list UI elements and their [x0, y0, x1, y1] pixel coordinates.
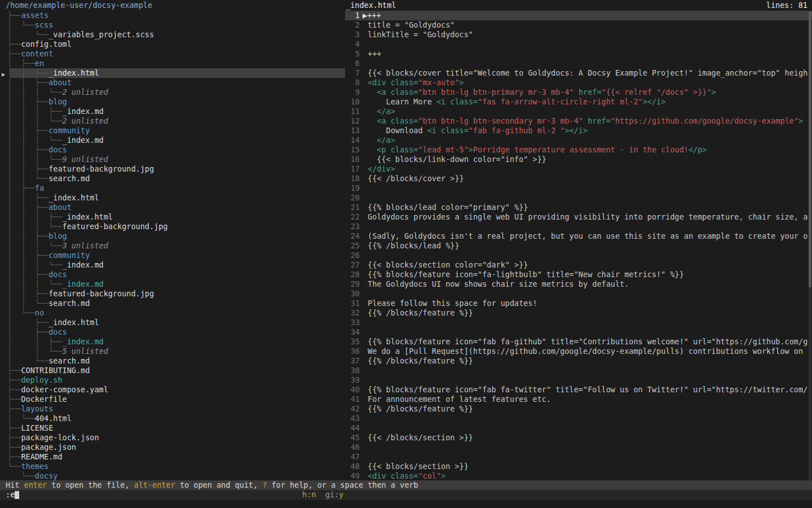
code-token: </a>	[368, 135, 395, 144]
tree-item[interactable]: │ │ │ └──3 unlisted	[0, 241, 345, 251]
tree-item[interactable]: │ ├──en	[0, 59, 345, 68]
status-key-hint: enter	[24, 480, 47, 489]
line-number: 29	[345, 279, 360, 289]
code-token: >	[469, 145, 473, 154]
tree-item[interactable]: │ └──scss	[0, 20, 345, 30]
code-line: 27{{< blocks/section color="dark" >}}	[345, 260, 812, 270]
line-number: 42	[345, 404, 360, 414]
tree-item[interactable]: │ │ ├──community	[0, 126, 345, 135]
tree-item[interactable]: ├──config.toml	[0, 40, 345, 49]
line-number: 38	[345, 366, 360, 375]
tree-item[interactable]: │ ├──fa	[0, 183, 345, 193]
tree-item[interactable]: │ └──search.md	[0, 356, 345, 366]
tree-item[interactable]: │ └──404.html	[0, 414, 345, 423]
tree-item-label: featured-background.jpg	[48, 289, 154, 298]
line-number: 40	[345, 385, 360, 395]
tree-branch-lines: │ │ ├──	[7, 78, 48, 87]
tree-item-label: 5 unlisted	[63, 347, 108, 356]
tree-item[interactable]: │ │ ├──community	[0, 251, 345, 260]
status-text: Hit	[6, 480, 24, 489]
tree-branch-lines: ├──	[7, 11, 21, 20]
tree-branch-lines: │ │ │ └──	[7, 87, 63, 97]
tree-item[interactable]: │ │ │ └──2 unlisted	[0, 116, 345, 126]
code-line-text: {{% blocks/lead color="primary" %}}	[368, 203, 528, 212]
line-number: 26	[345, 251, 360, 260]
code-token: {{% /blocks/lead %}}	[368, 241, 460, 250]
tree-item[interactable]: │ │ │ └──_index.md	[0, 279, 345, 289]
code-line: 17</div>	[345, 164, 812, 174]
tree-item[interactable]: │ │ ├──docs	[0, 270, 345, 279]
tree-item[interactable]: │ │ └──search.md	[0, 174, 345, 183]
tree-item[interactable]: │ │ ├──featured-background.jpg	[0, 164, 345, 174]
tree-item[interactable]: │ ├──_index.html	[0, 318, 345, 327]
tree-item[interactable]: │ │ │ └──9 unlisted	[0, 155, 345, 164]
preview-scrollbar-track[interactable]	[809, 11, 811, 481]
code-token: (Sadly, Goldydocs isn't a real project, …	[368, 231, 807, 240]
code-line: 31Please follow this space for updates!	[345, 299, 812, 308]
tree-item[interactable]: │ │ ├──blog	[0, 231, 345, 241]
tree-item[interactable]: ├──docker-compose.yaml	[0, 385, 345, 395]
tree-item[interactable]: │ └──no	[0, 308, 345, 318]
tree-item-label: package-lock.json	[21, 433, 99, 442]
command-input-bar[interactable]: :e h:n gi:y	[0, 490, 812, 500]
code-token: "fas fa-arrow-alt-circle-right ml-2"	[478, 97, 643, 106]
tree-branch-lines: │ │ ├──	[7, 193, 48, 202]
tree-item[interactable]: │ │ └──search.md	[0, 299, 345, 308]
tree-item[interactable]: ├──content	[0, 49, 345, 59]
tree-item[interactable]: ├──package-lock.json	[0, 433, 345, 443]
code-line: 40{{% blocks/feature icon="fab fa-twitte…	[345, 385, 812, 395]
code-token: {{% blocks/lead color="primary" %}}	[368, 203, 528, 212]
tree-item[interactable]: │ │ │ └──featured-background.jpg	[0, 222, 345, 231]
tree-item[interactable]: ├──deploy.sh	[0, 375, 345, 385]
tree-item-dir-label: no	[35, 308, 44, 317]
tree-item[interactable]: │ │ │ ├──_index.html	[0, 212, 345, 222]
tree-item[interactable]: │ │ └──5 unlisted	[0, 347, 345, 356]
tree-item[interactable]: ├──LICENSE	[0, 423, 345, 433]
tree-item[interactable]: ├──Dockerfile	[0, 395, 345, 404]
code-token: Porridge temperature assessment - in the…	[473, 145, 689, 154]
command-input-value[interactable]: :e	[6, 490, 15, 500]
code-line: 16 {{< blocks/link-down color="info" >}}	[345, 155, 812, 164]
line-number: 19	[345, 183, 360, 193]
tree-item[interactable]: │ │ ├──about	[0, 203, 345, 212]
preview-scrollbar-thumb[interactable]	[809, 11, 811, 287]
code-token: <p class=	[368, 145, 418, 154]
tree-item[interactable]: ├──README.md	[0, 452, 345, 462]
status-text: for help, or a space then a verb	[267, 480, 418, 489]
tree-item[interactable]: │ │ ├──docs	[0, 145, 345, 155]
tree-item[interactable]: └──docsy	[0, 471, 345, 481]
tree-item[interactable]: └──themes	[0, 462, 345, 471]
tree-item[interactable]: │ │ ├──blog	[0, 97, 345, 107]
line-number: 5	[345, 49, 360, 59]
code-line: 18{{< /blocks/cover >}}	[345, 174, 812, 183]
tree-item[interactable]: │ └──_variables_project.scss	[0, 30, 345, 40]
code-token: Goldydocs provides a single web UI provi…	[368, 212, 807, 221]
tree-item-label: package.json	[21, 443, 76, 452]
tree-item[interactable]: │ │ │ └──2 unlisted	[0, 87, 345, 97]
line-number: 20	[345, 193, 360, 203]
tree-item[interactable]: │ │ │ └──_index.md	[0, 260, 345, 270]
code-line: 22Goldydocs provides a single web UI pro…	[345, 212, 812, 222]
tree-item[interactable]: │ │ ├──_index.md	[0, 337, 345, 347]
tree-item-dir-label: assets	[21, 11, 48, 20]
tree-item[interactable]: ├──CONTRIBUTING.md	[0, 366, 345, 375]
tree-item[interactable]: │ │ ├──about	[0, 78, 345, 87]
status-key-hint: alt-enter	[134, 480, 175, 489]
tree-item[interactable]: ├──layouts	[0, 404, 345, 414]
tree-item[interactable]: │ │ │ └──_index.md	[0, 135, 345, 145]
line-number: 27	[345, 260, 360, 270]
tree-item[interactable]: │ │ ├──_index.html	[0, 68, 345, 78]
code-line: 21{{% blocks/lead color="primary" %}}	[345, 203, 812, 212]
tree-item[interactable]: │ │ ├──_index.html	[0, 193, 345, 203]
tree-item[interactable]: │ │ ├──featured-background.jpg	[0, 289, 345, 299]
code-line-text: {{% /blocks/feature %}}	[368, 356, 473, 366]
tree-branch-lines: ├──	[7, 423, 21, 432]
code-token: "btn btn-lg btn-primary mr-3 mb-4"	[418, 87, 573, 97]
tree-item[interactable]: ├──package.json	[0, 443, 345, 452]
tree-item-label: search.md	[48, 299, 90, 308]
preview-line-count: lines: 81	[766, 1, 807, 10]
tree-item[interactable]: ├──assets	[0, 11, 345, 20]
tree-branch-lines: │ ├──	[7, 183, 35, 192]
tree-item[interactable]: │ │ │ ├──_index.md	[0, 107, 345, 116]
tree-item[interactable]: │ ├──docs	[0, 327, 345, 337]
